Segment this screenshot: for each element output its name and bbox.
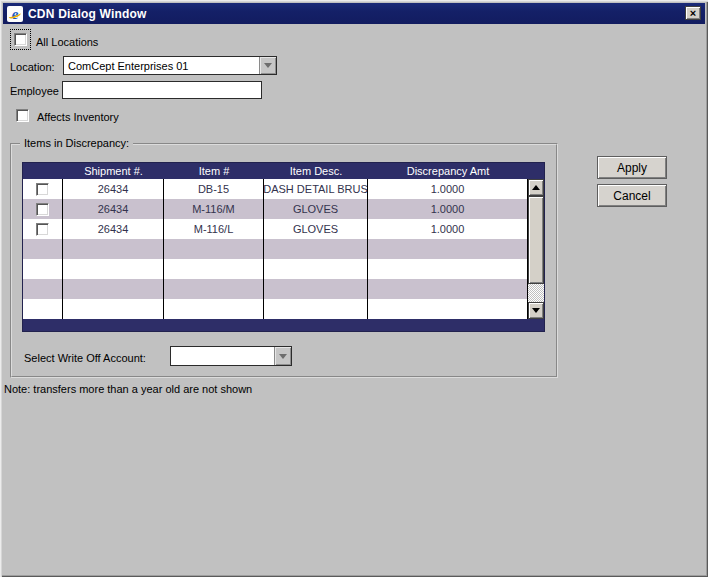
chevron-down-icon <box>279 354 287 359</box>
scrollbar-thumb[interactable] <box>528 196 544 284</box>
cell-amt: 1.0000 <box>368 219 528 239</box>
titlebar: e CDN Dialog Window × <box>3 3 705 24</box>
employee-input[interactable] <box>62 81 262 99</box>
triangle-up-icon <box>532 185 540 190</box>
all-locations-checkbox[interactable] <box>14 33 27 46</box>
cell-amt: 1.0000 <box>368 199 528 219</box>
header-checkbox-col <box>23 163 63 179</box>
affects-inventory-checkbox[interactable] <box>16 109 29 122</box>
triangle-down-icon <box>532 308 540 313</box>
all-locations-label: All Locations <box>36 36 98 48</box>
cell-desc: GLOVES <box>264 199 368 219</box>
dialog-window: e CDN Dialog Window × All Locations Loca… <box>0 0 708 577</box>
header-item: Item # <box>164 163 264 179</box>
cell-item: DB-15 <box>164 179 264 199</box>
table-row[interactable]: 26434 DB-15 DASH DETAIL BRUS 1.0000 <box>23 179 528 199</box>
cell-amt: 1.0000 <box>368 179 528 199</box>
close-icon: × <box>690 8 696 18</box>
cell-shipment: 26434 <box>63 179 164 199</box>
table-row[interactable]: 26434 M-116/L GLOVES 1.0000 <box>23 219 528 239</box>
cell-shipment: 26434 <box>63 199 164 219</box>
discrepancy-grid: Shipment #. Item # Item Desc. Discrepanc… <box>22 162 545 332</box>
cell-item: M-116/L <box>164 219 264 239</box>
vertical-scrollbar[interactable] <box>528 179 544 319</box>
location-label: Location: <box>10 61 55 73</box>
write-off-account-label: Select Write Off Account: <box>24 352 146 364</box>
row-checkbox[interactable] <box>36 203 49 216</box>
table-row[interactable]: 26434 M-116/M GLOVES 1.0000 <box>23 199 528 219</box>
header-shipment: Shipment #. <box>63 163 164 179</box>
cell-desc: DASH DETAIL BRUS <box>264 179 368 199</box>
scroll-up-button[interactable] <box>528 179 544 196</box>
cell-desc: GLOVES <box>264 219 368 239</box>
cell-shipment: 26434 <box>63 219 164 239</box>
groupbox-label: Items in Discrepancy: <box>20 137 133 149</box>
cancel-button[interactable]: Cancel <box>597 184 667 207</box>
location-combobox[interactable]: ComCept Enterprises 01 <box>63 56 277 75</box>
empty-table-row <box>23 259 528 279</box>
header-amt: Discrepancy Amt <box>368 163 528 179</box>
grid-header-row: Shipment #. Item # Item Desc. Discrepanc… <box>23 163 544 179</box>
employee-label: Employee <box>10 85 59 97</box>
write-off-account-combobox[interactable] <box>170 346 292 366</box>
app-ie-icon: e <box>7 6 23 22</box>
empty-table-row <box>23 299 528 319</box>
row-checkbox[interactable] <box>36 223 49 236</box>
write-off-dropdown-button[interactable] <box>274 347 291 365</box>
location-value: ComCept Enterprises 01 <box>64 60 259 72</box>
chevron-down-icon <box>264 63 272 68</box>
row-checkbox[interactable] <box>36 183 49 196</box>
scrollbar-track[interactable] <box>528 284 544 302</box>
header-desc: Item Desc. <box>264 163 368 179</box>
empty-table-row <box>23 239 528 259</box>
location-dropdown-button[interactable] <box>259 57 276 74</box>
affects-inventory-label: Affects Inventory <box>37 111 119 123</box>
window-title: CDN Dialog Window <box>28 7 147 21</box>
close-button[interactable]: × <box>685 6 701 20</box>
grid-body: 26434 DB-15 DASH DETAIL BRUS 1.0000 2643… <box>23 179 528 319</box>
apply-button[interactable]: Apply <box>597 156 667 179</box>
note-text: Note: transfers more than a year old are… <box>4 383 252 395</box>
scroll-down-button[interactable] <box>528 302 544 319</box>
empty-table-row <box>23 279 528 299</box>
cell-item: M-116/M <box>164 199 264 219</box>
